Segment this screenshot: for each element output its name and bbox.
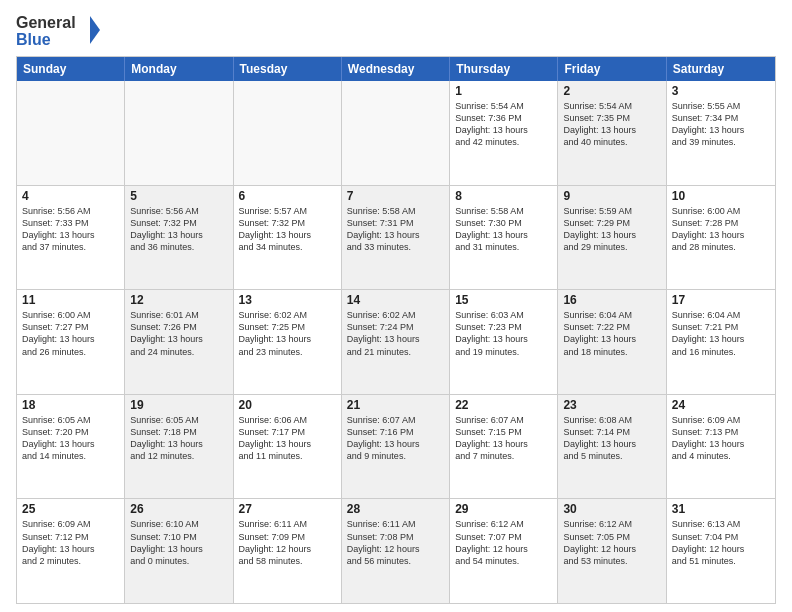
- cell-info: Sunrise: 6:03 AM Sunset: 7:23 PM Dayligh…: [455, 309, 552, 358]
- calendar-cell-1-4: 8Sunrise: 5:58 AM Sunset: 7:30 PM Daylig…: [450, 186, 558, 290]
- cell-info: Sunrise: 6:07 AM Sunset: 7:16 PM Dayligh…: [347, 414, 444, 463]
- calendar-cell-3-2: 20Sunrise: 6:06 AM Sunset: 7:17 PM Dayli…: [234, 395, 342, 499]
- day-number: 16: [563, 293, 660, 307]
- day-number: 11: [22, 293, 119, 307]
- calendar-cell-2-1: 12Sunrise: 6:01 AM Sunset: 7:26 PM Dayli…: [125, 290, 233, 394]
- svg-marker-2: [90, 16, 100, 44]
- day-number: 20: [239, 398, 336, 412]
- calendar-cell-0-1: [125, 81, 233, 185]
- weekday-header-sunday: Sunday: [17, 57, 125, 81]
- day-number: 13: [239, 293, 336, 307]
- calendar-cell-1-5: 9Sunrise: 5:59 AM Sunset: 7:29 PM Daylig…: [558, 186, 666, 290]
- cell-info: Sunrise: 6:00 AM Sunset: 7:28 PM Dayligh…: [672, 205, 770, 254]
- cell-info: Sunrise: 5:58 AM Sunset: 7:30 PM Dayligh…: [455, 205, 552, 254]
- cell-info: Sunrise: 6:13 AM Sunset: 7:04 PM Dayligh…: [672, 518, 770, 567]
- cell-info: Sunrise: 6:02 AM Sunset: 7:25 PM Dayligh…: [239, 309, 336, 358]
- day-number: 15: [455, 293, 552, 307]
- calendar-cell-3-6: 24Sunrise: 6:09 AM Sunset: 7:13 PM Dayli…: [667, 395, 775, 499]
- logo-svg: GeneralBlue: [16, 12, 106, 48]
- weekday-header-wednesday: Wednesday: [342, 57, 450, 81]
- day-number: 19: [130, 398, 227, 412]
- cell-info: Sunrise: 6:12 AM Sunset: 7:05 PM Dayligh…: [563, 518, 660, 567]
- cell-info: Sunrise: 6:05 AM Sunset: 7:18 PM Dayligh…: [130, 414, 227, 463]
- cell-info: Sunrise: 6:02 AM Sunset: 7:24 PM Dayligh…: [347, 309, 444, 358]
- day-number: 6: [239, 189, 336, 203]
- calendar-cell-0-6: 3Sunrise: 5:55 AM Sunset: 7:34 PM Daylig…: [667, 81, 775, 185]
- calendar-cell-4-2: 27Sunrise: 6:11 AM Sunset: 7:09 PM Dayli…: [234, 499, 342, 603]
- calendar-row-0: 1Sunrise: 5:54 AM Sunset: 7:36 PM Daylig…: [17, 81, 775, 185]
- calendar-cell-4-3: 28Sunrise: 6:11 AM Sunset: 7:08 PM Dayli…: [342, 499, 450, 603]
- cell-info: Sunrise: 5:57 AM Sunset: 7:32 PM Dayligh…: [239, 205, 336, 254]
- calendar-cell-0-0: [17, 81, 125, 185]
- day-number: 28: [347, 502, 444, 516]
- svg-text:Blue: Blue: [16, 31, 51, 48]
- calendar-cell-0-3: [342, 81, 450, 185]
- calendar-cell-1-3: 7Sunrise: 5:58 AM Sunset: 7:31 PM Daylig…: [342, 186, 450, 290]
- day-number: 1: [455, 84, 552, 98]
- cell-info: Sunrise: 5:56 AM Sunset: 7:32 PM Dayligh…: [130, 205, 227, 254]
- day-number: 7: [347, 189, 444, 203]
- day-number: 27: [239, 502, 336, 516]
- cell-info: Sunrise: 6:01 AM Sunset: 7:26 PM Dayligh…: [130, 309, 227, 358]
- calendar-cell-4-1: 26Sunrise: 6:10 AM Sunset: 7:10 PM Dayli…: [125, 499, 233, 603]
- calendar-row-1: 4Sunrise: 5:56 AM Sunset: 7:33 PM Daylig…: [17, 185, 775, 290]
- day-number: 21: [347, 398, 444, 412]
- calendar-cell-3-3: 21Sunrise: 6:07 AM Sunset: 7:16 PM Dayli…: [342, 395, 450, 499]
- day-number: 3: [672, 84, 770, 98]
- weekday-header-monday: Monday: [125, 57, 233, 81]
- cell-info: Sunrise: 6:10 AM Sunset: 7:10 PM Dayligh…: [130, 518, 227, 567]
- calendar-cell-1-2: 6Sunrise: 5:57 AM Sunset: 7:32 PM Daylig…: [234, 186, 342, 290]
- calendar-cell-2-6: 17Sunrise: 6:04 AM Sunset: 7:21 PM Dayli…: [667, 290, 775, 394]
- cell-info: Sunrise: 6:09 AM Sunset: 7:12 PM Dayligh…: [22, 518, 119, 567]
- calendar-row-2: 11Sunrise: 6:00 AM Sunset: 7:27 PM Dayli…: [17, 289, 775, 394]
- day-number: 10: [672, 189, 770, 203]
- cell-info: Sunrise: 6:05 AM Sunset: 7:20 PM Dayligh…: [22, 414, 119, 463]
- cell-info: Sunrise: 6:11 AM Sunset: 7:09 PM Dayligh…: [239, 518, 336, 567]
- day-number: 23: [563, 398, 660, 412]
- cell-info: Sunrise: 5:55 AM Sunset: 7:34 PM Dayligh…: [672, 100, 770, 149]
- header: GeneralBlue: [16, 12, 776, 48]
- day-number: 17: [672, 293, 770, 307]
- day-number: 14: [347, 293, 444, 307]
- day-number: 2: [563, 84, 660, 98]
- calendar-cell-0-5: 2Sunrise: 5:54 AM Sunset: 7:35 PM Daylig…: [558, 81, 666, 185]
- weekday-header-tuesday: Tuesday: [234, 57, 342, 81]
- calendar-cell-4-6: 31Sunrise: 6:13 AM Sunset: 7:04 PM Dayli…: [667, 499, 775, 603]
- calendar-header: SundayMondayTuesdayWednesdayThursdayFrid…: [17, 57, 775, 81]
- day-number: 12: [130, 293, 227, 307]
- day-number: 25: [22, 502, 119, 516]
- cell-info: Sunrise: 5:59 AM Sunset: 7:29 PM Dayligh…: [563, 205, 660, 254]
- cell-info: Sunrise: 6:00 AM Sunset: 7:27 PM Dayligh…: [22, 309, 119, 358]
- day-number: 30: [563, 502, 660, 516]
- calendar-cell-0-2: [234, 81, 342, 185]
- svg-text:General: General: [16, 14, 76, 31]
- calendar: SundayMondayTuesdayWednesdayThursdayFrid…: [16, 56, 776, 604]
- calendar-cell-2-0: 11Sunrise: 6:00 AM Sunset: 7:27 PM Dayli…: [17, 290, 125, 394]
- day-number: 4: [22, 189, 119, 203]
- calendar-cell-3-4: 22Sunrise: 6:07 AM Sunset: 7:15 PM Dayli…: [450, 395, 558, 499]
- page: GeneralBlue SundayMondayTuesdayWednesday…: [0, 0, 792, 612]
- cell-info: Sunrise: 6:08 AM Sunset: 7:14 PM Dayligh…: [563, 414, 660, 463]
- day-number: 29: [455, 502, 552, 516]
- cell-info: Sunrise: 6:11 AM Sunset: 7:08 PM Dayligh…: [347, 518, 444, 567]
- cell-info: Sunrise: 5:56 AM Sunset: 7:33 PM Dayligh…: [22, 205, 119, 254]
- day-number: 8: [455, 189, 552, 203]
- calendar-cell-2-3: 14Sunrise: 6:02 AM Sunset: 7:24 PM Dayli…: [342, 290, 450, 394]
- calendar-cell-2-2: 13Sunrise: 6:02 AM Sunset: 7:25 PM Dayli…: [234, 290, 342, 394]
- calendar-cell-4-4: 29Sunrise: 6:12 AM Sunset: 7:07 PM Dayli…: [450, 499, 558, 603]
- calendar-row-3: 18Sunrise: 6:05 AM Sunset: 7:20 PM Dayli…: [17, 394, 775, 499]
- day-number: 22: [455, 398, 552, 412]
- calendar-cell-1-6: 10Sunrise: 6:00 AM Sunset: 7:28 PM Dayli…: [667, 186, 775, 290]
- day-number: 18: [22, 398, 119, 412]
- cell-info: Sunrise: 5:54 AM Sunset: 7:36 PM Dayligh…: [455, 100, 552, 149]
- calendar-cell-4-0: 25Sunrise: 6:09 AM Sunset: 7:12 PM Dayli…: [17, 499, 125, 603]
- weekday-header-thursday: Thursday: [450, 57, 558, 81]
- calendar-cell-1-0: 4Sunrise: 5:56 AM Sunset: 7:33 PM Daylig…: [17, 186, 125, 290]
- day-number: 24: [672, 398, 770, 412]
- day-number: 26: [130, 502, 227, 516]
- calendar-cell-2-5: 16Sunrise: 6:04 AM Sunset: 7:22 PM Dayli…: [558, 290, 666, 394]
- cell-info: Sunrise: 5:58 AM Sunset: 7:31 PM Dayligh…: [347, 205, 444, 254]
- calendar-cell-3-0: 18Sunrise: 6:05 AM Sunset: 7:20 PM Dayli…: [17, 395, 125, 499]
- logo: GeneralBlue: [16, 12, 106, 48]
- calendar-cell-4-5: 30Sunrise: 6:12 AM Sunset: 7:05 PM Dayli…: [558, 499, 666, 603]
